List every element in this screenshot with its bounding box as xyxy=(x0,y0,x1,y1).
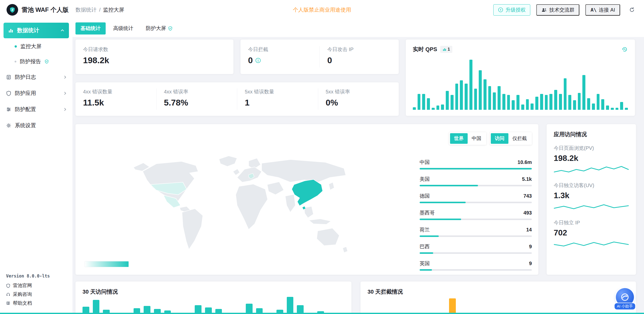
country-row[interactable]: 英国9 xyxy=(420,260,532,271)
country-name: 墨西哥 xyxy=(420,210,435,216)
sidebar-item-protection-report[interactable]: 防护报告 xyxy=(0,54,72,69)
chart-bar xyxy=(573,100,576,110)
chart-bar xyxy=(531,103,534,110)
tab-basic-stats[interactable]: 基础统计 xyxy=(75,22,106,34)
chart-bar xyxy=(493,92,496,110)
ai-assistant-button[interactable]: AI 小助手 xyxy=(614,288,635,309)
country-name: 美国 xyxy=(420,176,430,183)
sidebar-item-label: 防护配置 xyxy=(15,106,36,113)
link-purchase[interactable]: 采购咨询 xyxy=(6,291,66,297)
country-bar-fill xyxy=(420,185,478,186)
link-docs[interactable]: 帮助文档 xyxy=(6,300,66,306)
sidebar-item-label: 数据统计 xyxy=(17,27,39,34)
info-icon[interactable] xyxy=(255,58,261,63)
stat-5xx-count: 5xx 错误数量 1 xyxy=(237,88,318,110)
sidebar-item-system-settings[interactable]: 系统设置 xyxy=(0,117,72,133)
chevron-right-icon xyxy=(63,91,67,95)
country-row[interactable]: 德国743 xyxy=(420,193,532,203)
tab-label: 防护大屏 xyxy=(146,25,166,32)
sidebar-item-protection-config[interactable]: 防护配置 xyxy=(0,101,72,117)
region-option-china[interactable]: 中国 xyxy=(468,133,485,144)
stat-label: 5xx 错误率 xyxy=(326,88,391,95)
card-error-stats: 4xx 错误数量 11.5k 4xx 错误率 5.78% 5xx 错误数量 1 … xyxy=(75,82,399,116)
sidebar-subitem-label: 监控大屏 xyxy=(20,43,42,50)
gear-icon xyxy=(6,123,11,128)
sidebar-item-monitor-screen[interactable]: 监控大屏 xyxy=(0,39,72,54)
world-map[interactable] xyxy=(123,149,365,265)
chevron-right-icon xyxy=(63,108,67,111)
sidebar-item-protection-logs[interactable]: 防护日志 xyxy=(0,69,72,85)
chart-bar xyxy=(479,70,482,110)
chart-bar xyxy=(441,104,444,110)
country-row[interactable]: 墨西哥493 xyxy=(420,210,532,220)
sidebar-item-protection-apps[interactable]: 防护应用 xyxy=(0,85,72,101)
country-value: 493 xyxy=(524,210,532,216)
country-row[interactable]: 荷兰14 xyxy=(420,226,532,237)
qps-badge[interactable]: 1 xyxy=(440,46,453,53)
history-icon[interactable] xyxy=(621,46,628,53)
link-official-site[interactable]: 雷池官网 xyxy=(6,283,66,289)
upgrade-button[interactable]: 升级授权 xyxy=(493,4,530,16)
country-row[interactable]: 中国10.6m xyxy=(420,159,532,169)
link-label: 雷池官网 xyxy=(13,282,32,289)
main-area: 基础统计 高级统计 防护大屏 今日请求数 198.2k 今日拦截 0 xyxy=(72,20,644,314)
tab-protection-screen[interactable]: 防护大屏 xyxy=(141,22,178,34)
tab-advanced-stats[interactable]: 高级统计 xyxy=(108,22,138,34)
stat-value: 5.78% xyxy=(164,98,230,108)
mode-toggle: 访问 仅拦截 xyxy=(490,132,532,145)
book-icon xyxy=(6,301,10,305)
chart-bar xyxy=(625,108,628,110)
blocks-30d-bar-chart xyxy=(368,295,629,314)
mode-option-visits[interactable]: 访问 xyxy=(491,133,508,144)
map-color-legend xyxy=(85,261,129,267)
chart-bar xyxy=(597,94,600,110)
stat-value: 198.2k xyxy=(83,55,226,65)
sidebar-item-data-stats[interactable]: 数据统计 xyxy=(4,23,69,38)
refresh-button[interactable] xyxy=(626,4,637,16)
chart-bar xyxy=(451,95,454,110)
metric-value: 1.3k xyxy=(554,191,629,200)
stat-value: 0% xyxy=(326,98,391,108)
stat-value: 0 xyxy=(327,55,391,65)
chart-bar xyxy=(446,91,449,110)
intercept-value: 0 xyxy=(248,55,253,65)
country-bar-track xyxy=(420,219,532,220)
chart-bar xyxy=(592,103,595,110)
pv-sparkline xyxy=(554,164,629,176)
chart-bar xyxy=(246,304,253,314)
dot-icon xyxy=(15,61,16,62)
sidebar-footer: Version 8.0.0-lts 雷池官网 采购咨询 帮助文档 xyxy=(0,273,72,314)
mode-option-blocked[interactable]: 仅拦截 xyxy=(508,133,531,144)
country-row[interactable]: 美国5.1k xyxy=(420,176,532,186)
metric-value: 198.2k xyxy=(554,154,629,163)
country-bar-track xyxy=(420,168,532,169)
region-toggle: 世界 中国 xyxy=(449,132,486,145)
connect-ai-button[interactable]: A\ 连接 AI xyxy=(585,4,620,16)
card-world-map: 世界 中国 访问 仅拦截 xyxy=(75,124,538,275)
chart-bar xyxy=(465,84,468,110)
country-value: 9 xyxy=(529,244,532,250)
chart-bar xyxy=(545,95,548,110)
country-bar-fill xyxy=(420,202,466,203)
app-logo-icon[interactable] xyxy=(7,4,18,16)
document-icon xyxy=(6,75,11,80)
community-button[interactable]: 技术交流群 xyxy=(536,4,579,16)
chart-bar xyxy=(568,95,571,110)
card-app-visits: 应用访问情况 今日页面浏览(PV) 198.2k 今日独立访客(UV) 1.3k… xyxy=(547,124,636,275)
stat-label: 今日攻击 IP xyxy=(327,46,391,53)
breadcrumb-section[interactable]: 数据统计 xyxy=(75,6,97,13)
chart-bar xyxy=(521,104,524,110)
region-option-world[interactable]: 世界 xyxy=(450,133,468,144)
visits-30d-bar-chart xyxy=(83,295,344,314)
chart-bar xyxy=(460,80,463,110)
ai-robot-icon xyxy=(620,292,630,302)
chart-bar xyxy=(287,297,294,314)
topbar-actions: 升级授权 技术交流群 A\ 连接 AI xyxy=(493,4,644,16)
chart-bar xyxy=(512,100,515,110)
chart-bar xyxy=(418,94,421,110)
chart-bar xyxy=(516,95,519,110)
stat-value: 1 xyxy=(245,98,310,108)
country-bar-fill xyxy=(420,252,433,254)
country-row[interactable]: 巴西9 xyxy=(420,243,532,254)
stat-label: 5xx 错误数量 xyxy=(245,88,310,95)
